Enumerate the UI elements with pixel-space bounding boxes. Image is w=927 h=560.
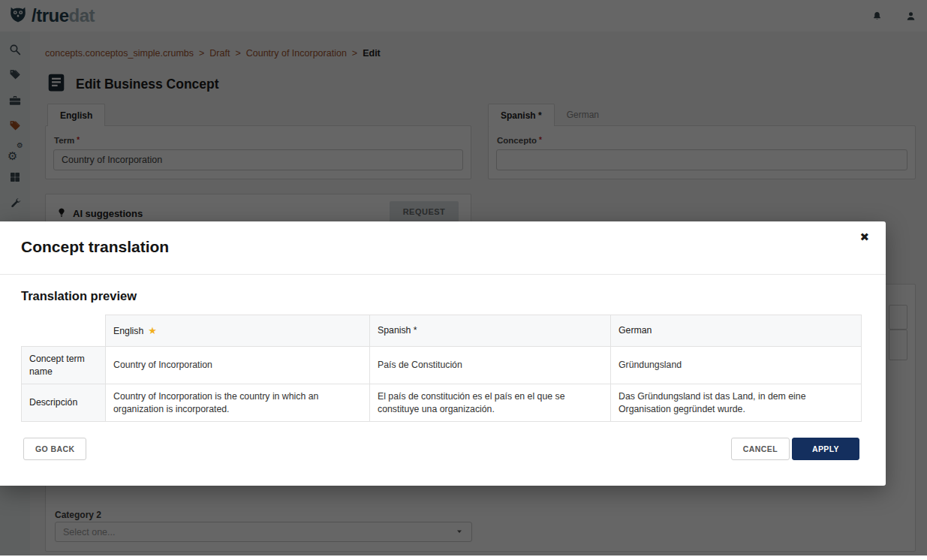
divider [0, 274, 886, 275]
cancel-button[interactable]: CANCEL [731, 438, 790, 460]
modal-title: Concept translation [21, 238, 169, 256]
column-header-german: German [611, 315, 862, 347]
go-back-button[interactable]: GO BACK [23, 438, 86, 460]
apply-button[interactable]: APPLY [792, 438, 859, 460]
cell-de: Das Gründungsland ist das Land, in dem e… [611, 384, 862, 422]
translation-preview-table: English★ Spanish * German Concept term n… [21, 315, 862, 422]
cell-en: Country of Incorporation is the country … [106, 384, 370, 422]
column-header-english: English★ [106, 315, 370, 347]
translation-preview-heading: Translation preview [21, 289, 137, 303]
table-header-row: English★ Spanish * German [22, 315, 862, 347]
column-header-spanish: Spanish * [370, 315, 611, 347]
table-row-description: Descripción Country of Incorporation is … [22, 384, 862, 422]
star-icon: ★ [148, 325, 157, 336]
table-row-concept-term: Concept term name Country of Incorporati… [22, 347, 862, 384]
cell-es: El país de constitución es el país en el… [370, 384, 611, 422]
cell-en: Country of Incorporation [106, 347, 370, 384]
concept-translation-modal: ✖ Concept translation Translation previe… [0, 221, 886, 486]
corner-cell [22, 315, 106, 347]
row-label: Descripción [22, 384, 106, 422]
cell-es: País de Constitución [370, 347, 611, 384]
app-window: /truedat [0, 0, 927, 555]
cell-de: Gründungsland [611, 347, 862, 384]
row-label: Concept term name [22, 347, 106, 384]
close-icon[interactable]: ✖ [859, 230, 869, 244]
